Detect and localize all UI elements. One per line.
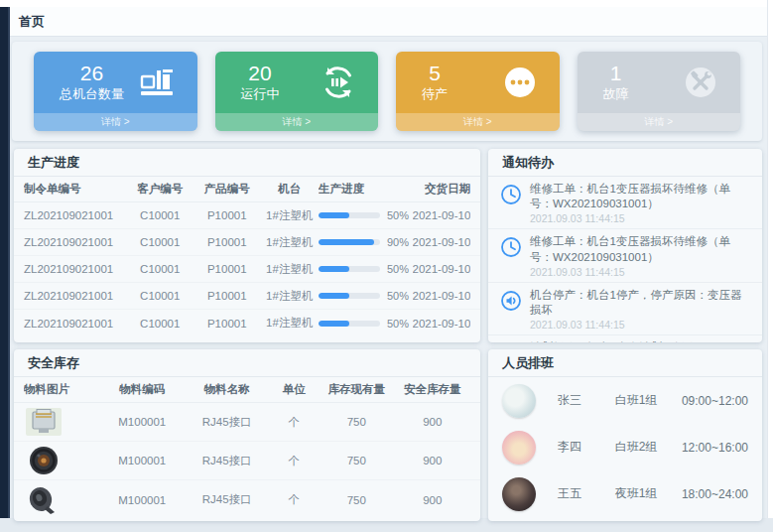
customer-no: C10001: [127, 290, 194, 302]
stat-value: 1: [603, 62, 629, 85]
table-row: ZL202109021001 C10001 P10001 1#注塑机 50% 2…: [14, 283, 480, 310]
stat-card-pending[interactable]: 5 待产 详情 >: [396, 52, 560, 131]
material-unit: 个: [270, 454, 320, 468]
stat-label: 待产: [422, 85, 448, 103]
order-no: ZL202109021001: [24, 290, 127, 302]
schedule-row: 王五 夜班1组 18:00~24:00: [488, 470, 762, 517]
material-code: M100001: [100, 416, 186, 428]
order-no: ZL202109021001: [24, 318, 127, 330]
column-header: 客户编号: [127, 182, 194, 197]
column-header: 制令单编号: [24, 182, 127, 197]
table-row: ZL202109021001 C10001 P10001 1#注塑机 50% 2…: [14, 202, 480, 229]
stat-card-running[interactable]: 20 运行中 详情 >: [215, 52, 379, 131]
panel-title: 人员排班: [488, 349, 762, 377]
avatar: [502, 431, 536, 465]
speaker-icon: [500, 290, 522, 312]
material-unit: 个: [270, 492, 320, 507]
shift-time: 09:00~12:00: [682, 394, 748, 408]
window-right-edge: [767, 0, 773, 532]
material-unit: 个: [270, 415, 320, 430]
delivery-date: 2021-09-10: [413, 263, 471, 275]
notification-text: 维修工单：机台1变压器损坏待维修（单号：WX202109031001）: [530, 182, 750, 211]
column-header: 产品编号: [193, 182, 261, 197]
shift-time: 18:00~24:00: [682, 487, 748, 501]
table-row: ZL202109021001 C10001 P10001 1#注塑机 50% 2…: [14, 256, 480, 283]
column-header: 物料名称: [185, 382, 270, 397]
shift-group: 夜班1组: [615, 485, 682, 502]
avatar: [502, 477, 536, 511]
material-name: RJ45接口: [185, 492, 270, 507]
table-row: ZL202109021001 C10001 P10001 1#注塑机 90% 2…: [14, 229, 480, 256]
column-header: 单位: [270, 382, 320, 397]
stat-card-fault[interactable]: 1 故障 详情 >: [578, 52, 741, 131]
notification-text: 维修工单：机台1变压器损坏待维修（单号：WX202109031001）: [530, 234, 750, 264]
column-header: 交货日期: [413, 182, 471, 197]
machine-name: 1#注塑机: [261, 208, 320, 223]
product-no: P10001: [193, 290, 261, 302]
progress-percent: 50%: [387, 318, 409, 330]
customer-no: C10001: [127, 209, 194, 221]
material-name: RJ45接口: [185, 454, 270, 468]
stat-value: 20: [241, 62, 280, 85]
machine-icon: [138, 63, 178, 102]
safety-stock: 900: [395, 455, 471, 466]
person-name: 张三: [558, 392, 615, 409]
person-name: 李四: [558, 439, 615, 456]
progress-percent: 50%: [387, 290, 409, 302]
notification-time: 2021.09.03 11:44:15: [530, 319, 750, 331]
progress-percent: 50%: [387, 263, 409, 275]
column-header: 机台: [261, 182, 320, 197]
table-header-row: 物料图片 物料编码 物料名称 单位 库存现有量 安全库存量: [14, 377, 480, 403]
column-header: 安全库存量: [395, 382, 471, 397]
progress-bar: [319, 266, 380, 272]
clock-icon: [500, 236, 522, 258]
detail-link[interactable]: 详情 >: [578, 113, 741, 131]
personnel-schedule-panel: 人员排班 张三 白班1组 09:00~12:00 李四 白班2组 12:00~1…: [488, 349, 762, 521]
customer-no: C10001: [127, 263, 194, 275]
safety-stock: 900: [395, 494, 471, 506]
material-code: M100001: [100, 455, 186, 466]
stat-label: 运行中: [241, 85, 280, 103]
panel-title: 生产进度: [14, 149, 480, 177]
order-no: ZL202109021001: [24, 209, 127, 221]
person-name: 王五: [558, 485, 615, 502]
rj45-connector-image: [24, 406, 64, 438]
panel-title: 通知待办: [488, 149, 762, 177]
notification-text: 机台停产：机台1停产，停产原因：变压器损坏: [530, 288, 750, 318]
detail-link[interactable]: 详情 >: [34, 113, 197, 131]
column-header: 库存现有量: [319, 382, 395, 397]
delivery-date: 2021-09-10: [413, 209, 471, 221]
production-progress-panel: 生产进度 制令单编号 客户编号 产品编号 机台 生产进度 交货日期 ZL2021…: [14, 149, 480, 342]
stat-card-total-machines[interactable]: 26 总机台数量 详情 >: [34, 52, 197, 131]
delivery-date: 2021-09-10: [413, 318, 471, 330]
notification-item: 机台停产：机台1停产，停产原因：变压器损坏 2021.09.03 11:44:1…: [488, 283, 762, 335]
stock-on-hand: 750: [319, 455, 395, 466]
order-no: ZL202109021001: [24, 236, 127, 248]
progress-bar: [319, 239, 380, 245]
machine-name: 1#注塑机: [261, 262, 320, 277]
notification-time: 2021.09.03 11:44:15: [530, 266, 750, 278]
stat-label: 故障: [603, 85, 629, 103]
detail-link[interactable]: 详情 >: [396, 113, 560, 131]
avatar: [502, 384, 536, 418]
order-no: ZL202109021001: [24, 263, 127, 275]
detail-link[interactable]: 详情 >: [215, 113, 379, 131]
progress-bar: [319, 321, 380, 327]
collapsed-sidebar-edge: [0, 7, 10, 518]
stock-on-hand: 750: [319, 494, 395, 506]
notification-text: 计划暂停：机台1生产计划已暂停: [530, 340, 696, 342]
progress-percent: 90%: [387, 236, 409, 248]
column-header: 生产进度: [319, 182, 413, 197]
machine-name: 1#注塑机: [261, 316, 320, 331]
repair-tools-icon: [681, 63, 720, 102]
dashboard-content: 26 总机台数量 详情 > 20: [10, 37, 767, 518]
stock-on-hand: 750: [319, 416, 395, 428]
window-top-edge: [0, 0, 773, 7]
notifications-panel: 通知待办 维修工单：机台1变压器损坏待维修（单号：WX202109031001）…: [488, 149, 762, 342]
shift-group: 白班1组: [615, 392, 682, 409]
tab-home[interactable]: 首页: [19, 13, 45, 31]
notification-item: 计划暂停：机台1生产计划已暂停 2021.09.03 11:44:15: [488, 335, 762, 342]
progress-percent: 50%: [387, 209, 409, 221]
material-name: RJ45接口: [185, 415, 270, 430]
notification-time: 2021.09.03 11:44:15: [530, 212, 750, 224]
